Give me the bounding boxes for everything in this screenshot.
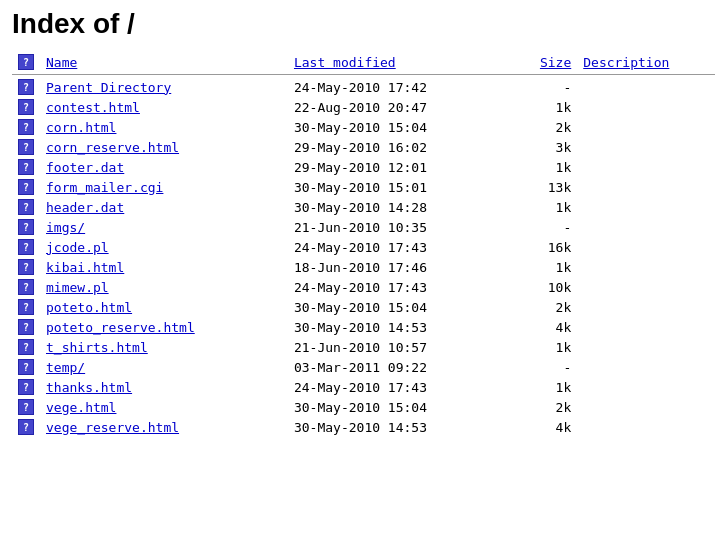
row-name[interactable]: temp/	[40, 357, 288, 377]
row-name[interactable]: header.dat	[40, 197, 288, 217]
row-icon-cell: ?	[12, 397, 40, 417]
table-row: ?thanks.html24-May-2010 17:431k	[12, 377, 715, 397]
file-link[interactable]: t_shirts.html	[46, 340, 148, 355]
row-size: 4k	[508, 417, 577, 437]
row-icon-cell: ?	[12, 77, 40, 97]
file-link[interactable]: Parent Directory	[46, 80, 171, 95]
row-name[interactable]: contest.html	[40, 97, 288, 117]
table-row: ?temp/03-Mar-2011 09:22-	[12, 357, 715, 377]
row-size: 1k	[508, 157, 577, 177]
row-date: 30-May-2010 15:01	[288, 177, 508, 197]
file-link[interactable]: thanks.html	[46, 380, 132, 395]
file-link[interactable]: poteto_reserve.html	[46, 320, 195, 335]
row-name[interactable]: kibai.html	[40, 257, 288, 277]
file-link[interactable]: temp/	[46, 360, 85, 375]
row-date: 30-May-2010 15:04	[288, 297, 508, 317]
sort-desc-link[interactable]: Description	[583, 55, 669, 70]
row-name[interactable]: poteto.html	[40, 297, 288, 317]
row-desc	[577, 197, 715, 217]
row-name[interactable]: vege_reserve.html	[40, 417, 288, 437]
row-desc	[577, 337, 715, 357]
header-size[interactable]: Size	[508, 52, 577, 72]
file-link[interactable]: mimew.pl	[46, 280, 109, 295]
file-link[interactable]: kibai.html	[46, 260, 124, 275]
row-name[interactable]: thanks.html	[40, 377, 288, 397]
row-name[interactable]: poteto_reserve.html	[40, 317, 288, 337]
row-size: 2k	[508, 117, 577, 137]
row-desc	[577, 77, 715, 97]
row-name[interactable]: corn.html	[40, 117, 288, 137]
row-icon-cell: ?	[12, 337, 40, 357]
file-icon: ?	[18, 179, 34, 195]
file-link[interactable]: contest.html	[46, 100, 140, 115]
row-date: 03-Mar-2011 09:22	[288, 357, 508, 377]
row-desc	[577, 177, 715, 197]
table-row: ?vege.html30-May-2010 15:042k	[12, 397, 715, 417]
file-link[interactable]: corn_reserve.html	[46, 140, 179, 155]
row-name[interactable]: footer.dat	[40, 157, 288, 177]
row-date: 29-May-2010 12:01	[288, 157, 508, 177]
row-size: 1k	[508, 257, 577, 277]
row-icon-cell: ?	[12, 177, 40, 197]
table-row: ?mimew.pl24-May-2010 17:4310k	[12, 277, 715, 297]
file-icon: ?	[18, 319, 34, 335]
row-date: 30-May-2010 14:28	[288, 197, 508, 217]
file-link[interactable]: footer.dat	[46, 160, 124, 175]
row-date: 30-May-2010 14:53	[288, 317, 508, 337]
table-row: ?Parent Directory24-May-2010 17:42-	[12, 77, 715, 97]
row-icon-cell: ?	[12, 277, 40, 297]
file-link[interactable]: form_mailer.cgi	[46, 180, 163, 195]
file-link[interactable]: jcode.pl	[46, 240, 109, 255]
table-row: ?form_mailer.cgi30-May-2010 15:0113k	[12, 177, 715, 197]
table-row: ?jcode.pl24-May-2010 17:4316k	[12, 237, 715, 257]
file-link[interactable]: vege.html	[46, 400, 116, 415]
row-date: 18-Jun-2010 17:46	[288, 257, 508, 277]
row-icon-cell: ?	[12, 97, 40, 117]
file-link[interactable]: vege_reserve.html	[46, 420, 179, 435]
row-icon-cell: ?	[12, 357, 40, 377]
row-size: 10k	[508, 277, 577, 297]
table-row: ?poteto_reserve.html30-May-2010 14:534k	[12, 317, 715, 337]
row-desc	[577, 97, 715, 117]
row-icon-cell: ?	[12, 217, 40, 237]
row-name[interactable]: jcode.pl	[40, 237, 288, 257]
row-name[interactable]: mimew.pl	[40, 277, 288, 297]
table-header-row: ? Name Last modified Size Description	[12, 52, 715, 72]
table-row: ?contest.html22-Aug-2010 20:471k	[12, 97, 715, 117]
header-desc[interactable]: Description	[577, 52, 715, 72]
row-icon-cell: ?	[12, 317, 40, 337]
row-icon-cell: ?	[12, 157, 40, 177]
row-icon-cell: ?	[12, 237, 40, 257]
sort-size-link[interactable]: Size	[540, 55, 571, 70]
row-size: -	[508, 357, 577, 377]
file-link[interactable]: corn.html	[46, 120, 116, 135]
row-icon-cell: ?	[12, 257, 40, 277]
row-name[interactable]: corn_reserve.html	[40, 137, 288, 157]
row-icon-cell: ?	[12, 117, 40, 137]
table-row: ?imgs/21-Jun-2010 10:35-	[12, 217, 715, 237]
row-icon-cell: ?	[12, 417, 40, 437]
row-date: 22-Aug-2010 20:47	[288, 97, 508, 117]
sort-name-link[interactable]: Name	[46, 55, 77, 70]
file-link[interactable]: poteto.html	[46, 300, 132, 315]
header-date[interactable]: Last modified	[288, 52, 508, 72]
table-row: ?kibai.html18-Jun-2010 17:461k	[12, 257, 715, 277]
row-name[interactable]: t_shirts.html	[40, 337, 288, 357]
row-name[interactable]: vege.html	[40, 397, 288, 417]
file-icon: ?	[18, 399, 34, 415]
file-link[interactable]: header.dat	[46, 200, 124, 215]
header-name[interactable]: Name	[40, 52, 288, 72]
row-name[interactable]: imgs/	[40, 217, 288, 237]
table-row: ?corn.html30-May-2010 15:042k	[12, 117, 715, 137]
row-name[interactable]: Parent Directory	[40, 77, 288, 97]
row-date: 24-May-2010 17:43	[288, 277, 508, 297]
file-icon: ?	[18, 199, 34, 215]
file-link[interactable]: imgs/	[46, 220, 85, 235]
row-desc	[577, 357, 715, 377]
row-name[interactable]: form_mailer.cgi	[40, 177, 288, 197]
row-date: 30-May-2010 15:04	[288, 397, 508, 417]
row-icon-cell: ?	[12, 197, 40, 217]
row-size: 1k	[508, 377, 577, 397]
sort-date-link[interactable]: Last modified	[294, 55, 396, 70]
row-date: 21-Jun-2010 10:57	[288, 337, 508, 357]
